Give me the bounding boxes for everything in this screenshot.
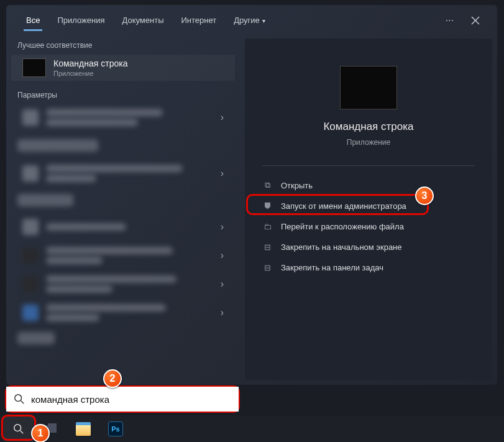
pin-icon: ⊟ [262,263,272,272]
preview-panel: Командная строка Приложение ⧉ Открыть ⛊ … [245,39,492,380]
search-results-window: Все Приложения Документы Интернет Другие… [6,5,497,385]
preview-app-icon [340,66,397,109]
list-item[interactable]: › [11,104,235,131]
best-match-header: Лучшее соответствие [6,32,240,53]
blurred-header [17,332,55,344]
more-options-button[interactable]: ··· [439,11,460,30]
parameters-header: Параметры [6,82,240,103]
tab-apps[interactable]: Приложения [48,9,113,32]
taskbar-photoshop[interactable]: Ps [101,417,131,441]
svg-line-3 [21,401,24,404]
blurred-header [17,194,73,206]
taskbar: Ps [0,416,504,442]
svg-line-5 [21,431,24,434]
filter-tabs: Все Приложения Документы Интернет Другие… [6,5,497,32]
chevron-down-icon: ▾ [262,17,265,24]
preview-actions: ⧉ Открыть ⛊ Запуск от имени администрато… [245,175,492,278]
list-item[interactable]: › [11,270,235,298]
action-run-as-admin[interactable]: ⛊ Запуск от имени администратора [245,196,492,216]
divider [262,165,475,166]
folder-icon [45,423,57,435]
taskbar-search-button[interactable] [4,417,34,441]
cmd-icon [22,58,46,77]
action-label: Перейти к расположению файла [281,222,404,231]
blurred-icon [22,165,39,182]
close-button[interactable] [465,10,486,31]
action-open-file-location[interactable]: 🗀 Перейти к расположению файла [245,216,492,237]
chevron-right-icon: › [221,279,224,290]
preview-subtitle: Приложение [347,138,390,147]
svg-point-2 [15,395,22,402]
taskbar-explorer[interactable] [68,417,98,441]
chevron-right-icon: › [221,221,224,233]
tab-documents[interactable]: Документы [113,9,172,32]
search-bar[interactable] [6,387,239,412]
tab-internet[interactable]: Интернет [172,9,225,32]
pin-icon: ⊟ [262,242,272,252]
svg-point-4 [14,425,21,431]
explorer-icon [76,422,91,436]
tab-more[interactable]: Другие▾ [225,9,274,32]
action-label: Запуск от имени администратора [281,201,406,211]
preview-title: Командная строка [323,121,413,133]
photoshop-icon: Ps [108,421,123,436]
list-item[interactable]: › [11,299,235,326]
search-icon [13,423,24,435]
svg-rect-7 [48,423,57,433]
list-item[interactable]: › [11,242,235,269]
blurred-icon [22,219,39,235]
best-match-subtitle: Приложение [53,70,127,77]
blurred-icon [22,305,39,321]
search-input[interactable] [31,394,231,405]
action-label: Открыть [281,181,313,190]
best-match-title: Командная строка [53,58,127,68]
action-pin-to-taskbar[interactable]: ⊟ Закрепить на панели задач [245,257,492,278]
list-item[interactable]: › [11,160,235,187]
shield-icon: ⛊ [262,201,272,211]
open-icon: ⧉ [262,180,272,190]
action-label: Закрепить на начальном экране [281,242,402,252]
chevron-right-icon: › [221,307,224,318]
blurred-icon [22,276,39,292]
blurred-icon [22,109,39,126]
chevron-right-icon: › [221,250,224,261]
tab-all[interactable]: Все [17,9,48,32]
action-open[interactable]: ⧉ Открыть [245,175,492,196]
best-match-item[interactable]: Командная строка Приложение [11,55,235,81]
chevron-right-icon: › [221,112,224,123]
taskbar-item[interactable] [36,417,66,441]
chevron-right-icon: › [221,168,224,179]
list-item[interactable]: › [11,213,235,241]
action-label: Закрепить на панели задач [281,263,383,272]
blurred-header [17,139,98,152]
action-pin-to-start[interactable]: ⊟ Закрепить на начальном экране [245,237,492,257]
folder-icon: 🗀 [262,222,272,231]
close-icon [471,16,480,25]
blurred-icon [22,247,39,264]
results-list: Лучшее соответствие Командная строка При… [6,32,242,385]
search-icon [14,394,25,405]
